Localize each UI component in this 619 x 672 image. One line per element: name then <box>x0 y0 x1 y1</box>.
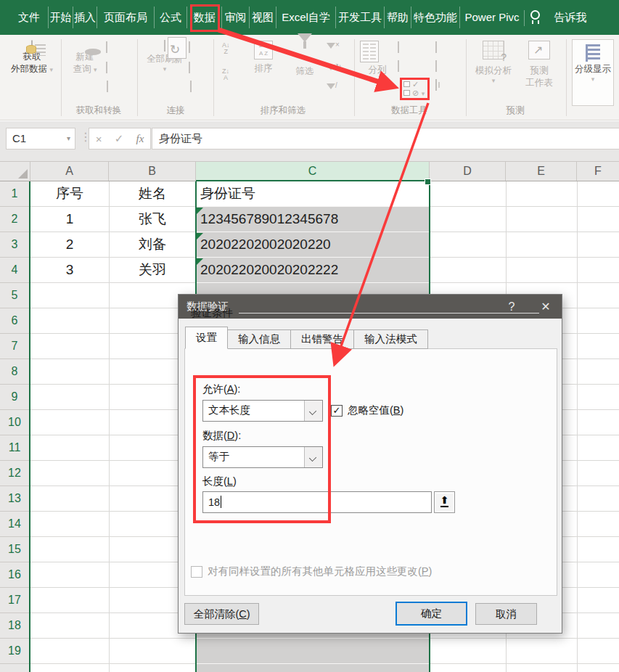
what-if-analysis-button[interactable]: 模拟分析 ▾ <box>472 41 515 84</box>
tab-formulas[interactable]: 公式 <box>154 7 186 28</box>
tab-help[interactable]: 帮助 <box>384 7 411 28</box>
cancel-button[interactable]: 取消 <box>475 603 537 625</box>
properties-button[interactable] <box>189 62 190 73</box>
tab-excel-zixue[interactable]: Excel自学成 <box>276 7 335 28</box>
cell-a3[interactable]: 2 <box>30 232 109 258</box>
data-dropdown[interactable]: 等于 <box>202 446 323 468</box>
tab-power-pivot[interactable]: Power Pivc <box>459 7 524 28</box>
cell-a1[interactable]: 序号 <box>30 181 109 207</box>
cell-c4[interactable]: 202022020020202222 <box>200 258 430 283</box>
cell-b3[interactable]: 刘备 <box>109 232 196 258</box>
column-header-b[interactable]: B <box>109 162 196 181</box>
cell-a4[interactable]: 3 <box>30 258 109 283</box>
row-header[interactable]: 4 <box>0 258 29 283</box>
column-header-e[interactable]: E <box>506 162 577 181</box>
cell-a2[interactable]: 1 <box>30 207 109 232</box>
cancel-entry-icon[interactable]: × <box>96 133 102 145</box>
new-query-button[interactable]: 新建 查询 ▾ <box>67 41 103 75</box>
selection-handle[interactable] <box>425 179 431 185</box>
cell-c1[interactable]: 身份证号 <box>200 181 430 207</box>
text-to-columns-button[interactable]: 分列 <box>360 41 395 76</box>
name-box[interactable]: C1 ▾ <box>6 128 75 149</box>
chevron-down-icon[interactable] <box>304 447 322 467</box>
forecast-sheet-button[interactable]: 预测 工作表 <box>518 41 560 89</box>
row-header[interactable]: 13 <box>0 486 29 512</box>
sort-za-button[interactable]: Z↓A <box>222 68 229 81</box>
sort-button[interactable]: Z AA Z 排序 <box>245 41 282 75</box>
row-header[interactable]: 17 <box>0 588 29 613</box>
checkbox-unchecked-icon[interactable] <box>191 566 202 578</box>
remove-duplicates-button[interactable] <box>398 61 399 71</box>
recent-queries-button[interactable] <box>107 81 108 91</box>
cell-b1[interactable]: 姓名 <box>109 181 196 207</box>
sort-az-button[interactable]: A↓Z <box>222 42 230 55</box>
select-all-corner[interactable] <box>0 162 30 181</box>
filter-button[interactable]: 筛选 <box>287 42 322 78</box>
tab-input-message[interactable]: 输入信息 <box>227 329 291 349</box>
row-header[interactable]: 8 <box>0 359 29 385</box>
row-header[interactable]: 7 <box>0 334 29 359</box>
recent-sources-button[interactable] <box>106 62 107 73</box>
collapse-dialog-button[interactable]: ⬆ <box>434 491 455 513</box>
refresh-all-button[interactable]: ↻ 全部刷新 ▾ <box>144 41 186 73</box>
tab-settings[interactable]: 设置 <box>185 327 228 349</box>
row-header[interactable]: 16 <box>0 562 29 588</box>
row-header[interactable]: 14 <box>0 512 29 537</box>
row-header[interactable]: 11 <box>0 435 29 461</box>
connections-button[interactable] <box>189 42 190 52</box>
row-header[interactable]: 1 <box>0 181 29 207</box>
cell-b4[interactable]: 关羽 <box>109 258 196 283</box>
row-header[interactable]: 12 <box>0 461 29 486</box>
consolidate-button[interactable] <box>435 42 437 52</box>
row-header[interactable]: 18 <box>0 613 29 639</box>
tab-developer[interactable]: 开发工具 <box>335 7 384 28</box>
column-header-f[interactable]: F <box>577 162 619 181</box>
row-header[interactable]: 2 <box>0 207 29 232</box>
allow-dropdown[interactable]: 文本长度 <box>202 400 323 422</box>
row-header[interactable]: 10 <box>0 410 29 435</box>
column-header-a[interactable]: A <box>30 162 109 181</box>
tab-view[interactable]: 视图 <box>249 7 276 28</box>
ignore-blank-checkbox[interactable]: ✓ 忽略空值(B) <box>331 403 403 417</box>
data-validation-button[interactable]: ✓ ⊘ ▾ <box>403 80 425 98</box>
tab-file[interactable]: 文件 <box>10 7 48 28</box>
row-header[interactable]: 9 <box>0 385 29 410</box>
formula-input[interactable]: 身份证号 <box>152 128 619 149</box>
manage-data-model-button[interactable] <box>435 80 437 90</box>
row-header[interactable]: 6 <box>0 308 29 334</box>
apply-all-checkbox[interactable]: 对有同样设置的所有其他单元格应用这些更改(P) <box>191 565 432 578</box>
outline-button[interactable]: 分级显示 ▾ <box>572 39 614 106</box>
tab-insert[interactable]: 插入 <box>73 7 97 28</box>
tab-ime-mode[interactable]: 输入法模式 <box>353 329 428 349</box>
length-input[interactable]: 18 <box>202 491 432 513</box>
insert-function-icon[interactable]: fx <box>136 133 144 145</box>
cell-c3[interactable]: 20202202002020220 <box>200 232 430 258</box>
enter-entry-icon[interactable]: ✓ <box>115 132 124 145</box>
edit-links-button[interactable] <box>190 81 192 91</box>
advanced-filter-button[interactable]: / <box>327 81 337 91</box>
relationships-button[interactable] <box>435 61 437 71</box>
tab-error-alert[interactable]: 出错警告 <box>290 329 354 349</box>
tab-data[interactable]: 数据 <box>186 7 221 28</box>
column-header-d[interactable]: D <box>430 162 506 181</box>
tab-home[interactable]: 开始 <box>48 7 73 28</box>
tab-special-features[interactable]: 特色功能 <box>411 7 459 28</box>
chevron-down-icon[interactable] <box>304 401 322 421</box>
cell-c2[interactable]: 123456789012345678 <box>200 207 430 232</box>
row-header[interactable]: 3 <box>0 232 29 258</box>
clear-filter-button[interactable]: × <box>327 41 340 51</box>
tell-me-button[interactable]: 告诉我 <box>546 7 595 28</box>
row-header[interactable]: 19 <box>0 639 29 664</box>
ok-button[interactable]: 确定 <box>395 602 467 626</box>
get-external-data-button[interactable]: 获取 外部数据 ▾ <box>6 41 58 75</box>
clear-all-button[interactable]: 全部清除(C) <box>184 603 259 625</box>
reapply-filter-button[interactable]: ↻ <box>327 62 341 73</box>
from-table-button[interactable] <box>106 42 107 52</box>
flash-fill-button[interactable] <box>398 42 399 52</box>
cell-b2[interactable]: 张飞 <box>109 207 196 232</box>
tab-page-layout[interactable]: 页面布局 <box>97 7 154 28</box>
row-header[interactable]: 5 <box>0 283 29 308</box>
column-header-c[interactable]: C <box>196 162 430 181</box>
checkbox-checked-icon[interactable]: ✓ <box>331 405 343 417</box>
row-header[interactable]: 15 <box>0 537 29 562</box>
